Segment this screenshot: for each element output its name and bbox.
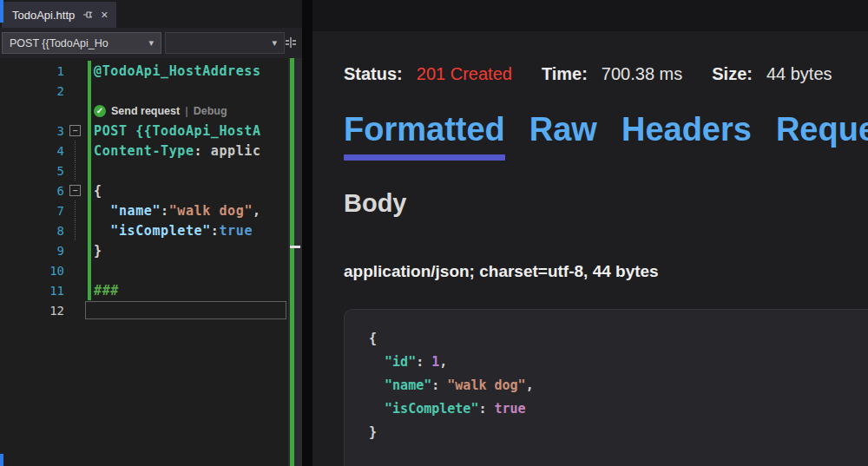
code-token: {: [94, 183, 102, 199]
status-label: Status:: [344, 64, 403, 84]
send-request-check-icon: ✓: [94, 105, 106, 117]
response-tab-headers[interactable]: Headers: [621, 111, 752, 161]
change-bar: [85, 280, 94, 300]
editor-line[interactable]: 12: [0, 300, 288, 320]
line-number[interactable]: 8: [0, 224, 66, 238]
fold-gutter: [66, 280, 85, 300]
code-token: ,: [253, 203, 261, 219]
editor-line[interactable]: 4Content-Type: applic: [0, 141, 288, 161]
send-request-link[interactable]: Send request: [111, 105, 180, 117]
response-tab-request[interactable]: Request: [776, 111, 868, 161]
time-label: Time:: [542, 64, 588, 84]
code-token: true: [219, 223, 253, 239]
response-tabs: FormattedRawHeadersRequest: [344, 111, 868, 161]
code-token: [369, 377, 385, 393]
window-accent-bottom: [0, 454, 3, 466]
editor-tab-bar: TodoApi.http ×: [0, 0, 302, 28]
line-number[interactable]: 6: [0, 184, 66, 198]
fold-gutter: [66, 240, 85, 260]
fold-gutter: [66, 200, 85, 220]
code-token: }: [369, 424, 377, 440]
line-number[interactable]: 5: [0, 164, 66, 178]
line-number[interactable]: 10: [0, 264, 66, 278]
pane-splitter[interactable]: [302, 0, 312, 466]
status-value: 201 Created: [417, 64, 512, 84]
editor-line[interactable]: 9}: [0, 240, 288, 260]
current-line-highlight: [85, 301, 286, 319]
fold-gutter: [66, 260, 85, 280]
code-line-text: POST {{TodoApi_HostA: [94, 123, 261, 139]
fold-gutter: [66, 220, 85, 240]
json-line: "name": "walk dog",: [369, 374, 864, 397]
change-bar: [85, 81, 94, 101]
code-editor[interactable]: 1@TodoApi_HostAddress2✓Send request|Debu…: [0, 58, 288, 466]
response-tab-raw[interactable]: Raw: [529, 111, 597, 161]
editor-line[interactable]: 8 "isComplete":true: [0, 220, 288, 240]
scrollbar-change-marks: [290, 58, 294, 466]
fold-gutter: [66, 300, 85, 320]
response-body-json[interactable]: { "id": 1, "name": "walk dog", "isComple…: [344, 309, 868, 466]
fold-gutter: [66, 61, 85, 81]
line-number[interactable]: 7: [0, 204, 66, 218]
fold-gutter: [66, 161, 85, 180]
line-number[interactable]: 1: [0, 64, 66, 78]
split-editor-icon[interactable]: [283, 35, 299, 50]
content-type-line: application/json; charset=utf-8, 44 byte…: [344, 262, 659, 281]
code-line-text: ###: [94, 283, 119, 299]
editor-line[interactable]: 2: [0, 81, 288, 101]
line-number[interactable]: 2: [0, 84, 66, 98]
code-token: ,: [526, 377, 534, 393]
editor-line[interactable]: 1@TodoApi_HostAddress: [0, 61, 288, 81]
collapse-icon[interactable]: −: [69, 125, 81, 136]
code-line-text: @TodoApi_HostAddress: [94, 63, 261, 79]
chevron-down-icon: ▾: [148, 37, 154, 49]
debug-link[interactable]: Debug: [194, 105, 227, 117]
line-number[interactable]: 12: [0, 304, 66, 318]
fold-gutter: [66, 81, 85, 101]
editor-scrollbar[interactable]: [288, 58, 302, 466]
code-token: :: [431, 377, 447, 393]
size-label: Size:: [712, 64, 753, 84]
code-token: :: [194, 143, 211, 159]
request-selector-dropdown[interactable]: POST {{TodoApi_Ho ▾: [2, 32, 161, 54]
app-window: TodoApi.http × POST {{TodoApi_Ho ▾ ▾ 1@T…: [0, 0, 868, 466]
code-token: ,: [439, 354, 447, 370]
fold-gutter: −: [66, 121, 85, 141]
scrollbar-caret-mark: [290, 246, 300, 248]
code-token: "name": [385, 377, 431, 393]
line-number[interactable]: 4: [0, 144, 66, 158]
change-bar: [85, 220, 94, 240]
editor-line[interactable]: 10: [0, 260, 288, 280]
file-tab[interactable]: TodoApi.http ×: [2, 2, 116, 28]
editor-line[interactable]: 5: [0, 161, 288, 180]
editor-line[interactable]: 11###: [0, 280, 288, 300]
fold-gutter: −: [66, 180, 85, 200]
json-line: }: [369, 421, 864, 444]
change-bar: [85, 240, 94, 260]
change-bar: [85, 260, 94, 280]
code-token: "id": [385, 354, 416, 370]
code-token: [94, 203, 110, 219]
response-tab-formatted[interactable]: Formatted: [344, 111, 505, 161]
code-token: [369, 354, 385, 370]
pin-icon[interactable]: [82, 10, 93, 20]
code-token: [369, 401, 385, 417]
chevron-down-icon: ▾: [272, 37, 277, 49]
codelens-row: ✓Send request|Debug: [0, 101, 288, 121]
change-bar: [85, 101, 94, 121]
response-pane-header-strip: [312, 0, 868, 31]
close-icon[interactable]: ×: [101, 9, 108, 21]
environment-dropdown[interactable]: ▾: [165, 32, 285, 54]
editor-line[interactable]: 3−POST {{TodoApi_HostA: [0, 121, 288, 141]
line-number[interactable]: 9: [0, 244, 66, 258]
code-token: "isComplete": [385, 401, 478, 417]
editor-line[interactable]: 6−{: [0, 180, 288, 200]
line-number[interactable]: 3: [0, 124, 66, 138]
code-token: 1: [431, 354, 439, 370]
line-number[interactable]: 11: [0, 284, 66, 298]
response-pane: Status: 201 Created Time: 700.38 ms Size…: [312, 0, 868, 466]
collapse-icon[interactable]: −: [69, 185, 81, 196]
code-token: "isComplete": [110, 223, 211, 239]
code-line-text: }: [94, 243, 102, 259]
editor-line[interactable]: 7 "name":"walk dog",: [0, 200, 288, 220]
